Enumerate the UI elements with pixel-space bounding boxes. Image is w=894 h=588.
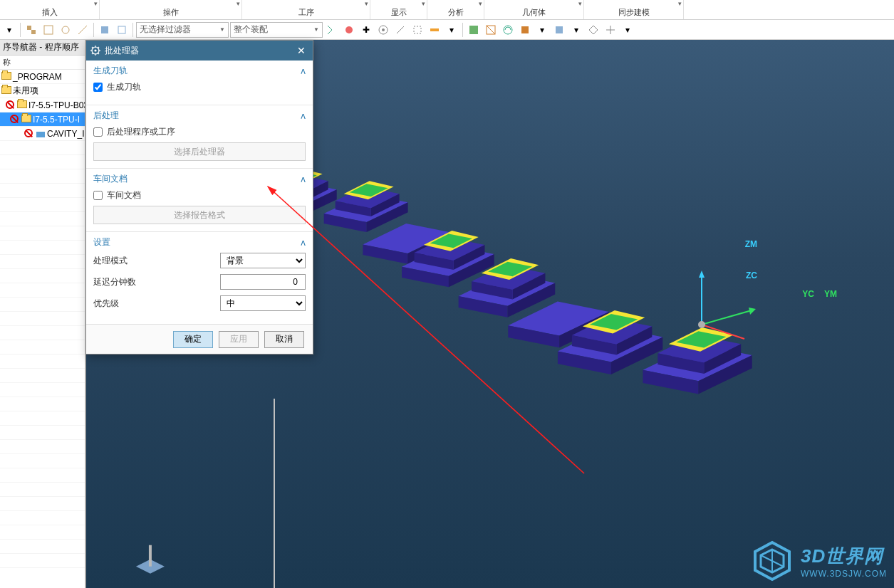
tool-icon-8[interactable] [341, 22, 357, 38]
ribbon-label-insert: 插入 [42, 6, 58, 18]
tool-icon-20[interactable] [551, 22, 567, 38]
priority-label: 优先级 [93, 298, 214, 310]
menu-dropdown-icon[interactable]: ▾ [1, 22, 17, 38]
tool-icon-3[interactable] [58, 22, 73, 38]
tree-label: I7-5.5-TPU-B03 [28, 100, 85, 110]
tool-icon-16[interactable] [483, 22, 499, 38]
delay-row: 延迟分钟数 [93, 274, 306, 290]
ribbon-group-sync[interactable]: ▾同步建模 [584, 0, 684, 19]
svg-point-6 [345, 26, 353, 33]
tree-row-part1[interactable]: I7-5.5-TPU-B03 [0, 98, 85, 112]
ribbon-group-insert[interactable]: ▾插入 [0, 0, 100, 19]
tool-icon-21[interactable]: ▾ [568, 22, 584, 38]
tree-row-unused[interactable]: 未用项 [0, 84, 85, 98]
section-postprocess: 后处理ʌ 后处理程序或工序 选择后处理器 [86, 105, 313, 168]
tool-icon-5[interactable] [97, 22, 113, 38]
section-title: 车间文档 [93, 173, 128, 185]
delay-label: 延迟分钟数 [93, 276, 214, 288]
axis-label-zc: ZC [746, 271, 757, 280]
process-mode-row: 处理模式 背景 [93, 253, 306, 268]
axis-label-zm: ZM [745, 239, 757, 249]
navigator-panel: 序导航器 - 程序顺序 称 _PROGRAM 未用项 I7-5.5-TPU-B0… [0, 40, 85, 588]
postprocess-checkbox-row[interactable]: 后处理程序或工序 [93, 126, 306, 138]
tool-icon-7[interactable] [324, 22, 340, 38]
dialog-titlebar[interactable]: 批处理器 ✕ [86, 41, 313, 61]
ribbon-group-display[interactable]: ▾显示 [370, 0, 427, 19]
svg-rect-4 [101, 26, 108, 33]
tool-icon-2[interactable] [41, 22, 56, 38]
svg-rect-0 [27, 26, 31, 30]
tool-icon-13[interactable] [427, 22, 442, 38]
select-postprocessor-button: 选择后处理器 [93, 142, 306, 161]
tool-icon-11[interactable] [393, 22, 408, 38]
ribbon-label-process: 工序 [298, 6, 314, 18]
tool-icon-14[interactable]: ▾ [444, 22, 459, 38]
tree-row-part2-selected[interactable]: I7-5.5-TPU-I [0, 112, 85, 127]
svg-rect-9 [414, 26, 421, 33]
assembly-combo[interactable]: 整个装配▼ [230, 22, 323, 38]
process-mode-label: 处理模式 [93, 255, 214, 267]
section-shopfloor: 车间文档ʌ 车间文档 选择报告格式 [86, 168, 313, 231]
section-header[interactable]: 设置ʌ [93, 236, 306, 248]
tool-icon-10[interactable] [375, 22, 391, 38]
secondary-toolbar: ▾ 无选择过滤器▼ 整个装配▼ ✚ ▾ ▾ ▾ ▾ [0, 20, 894, 40]
svg-rect-2 [44, 26, 53, 34]
tool-icon-24[interactable]: ▾ [620, 22, 635, 38]
svg-rect-15 [556, 26, 563, 33]
ribbon-group-analysis[interactable]: ▾分析 [427, 0, 484, 19]
ok-button[interactable]: 确定 [173, 331, 213, 348]
priority-select[interactable]: 中 [220, 295, 306, 311]
tree-label: 未用项 [13, 85, 38, 97]
svg-line-45 [98, 47, 99, 48]
batch-processor-dialog: 批处理器 ✕ 生成刀轨ʌ 生成刀轨 后处理ʌ 后处理程序或工序 选择后处理器 车… [85, 40, 313, 355]
tree-row-cavity[interactable]: CAVITY_I [0, 127, 85, 141]
program-tree[interactable]: _PROGRAM 未用项 I7-5.5-TPU-B03 I7-5.5-TPU-I… [0, 70, 85, 568]
section-header[interactable]: 车间文档ʌ [93, 173, 306, 185]
tool-icon-6[interactable] [114, 22, 130, 38]
panel-divider[interactable] [274, 399, 275, 588]
tree-row-program[interactable]: _PROGRAM [0, 70, 85, 84]
tool-icon-17[interactable] [500, 22, 516, 38]
section-header[interactable]: 生成刀轨ʌ [93, 65, 306, 77]
svg-point-38 [94, 49, 96, 51]
filter-combo-text: 无选择过滤器 [140, 23, 191, 36]
section-header[interactable]: 后处理ʌ [93, 110, 306, 122]
watermark-sub: WWW.3DSJW.COM [801, 569, 887, 579]
close-icon[interactable]: ✕ [294, 43, 308, 58]
postprocess-checkbox[interactable] [93, 127, 103, 137]
ribbon-label-display: 显示 [391, 6, 407, 18]
cancel-button[interactable]: 取消 [264, 331, 304, 348]
shopfloor-checkbox-row[interactable]: 车间文档 [93, 189, 306, 201]
tool-icon-1[interactable] [24, 22, 39, 38]
tool-icon-19[interactable]: ▾ [534, 22, 550, 38]
process-mode-select[interactable]: 背景 [220, 253, 306, 268]
shopfloor-checkbox[interactable] [93, 191, 103, 200]
tree-label: CAVITY_I [47, 129, 84, 139]
ribbon-label-analysis: 分析 [448, 6, 464, 18]
tool-icon-22[interactable] [586, 22, 601, 38]
priority-row: 优先级 中 [93, 295, 306, 311]
tool-icon-12[interactable] [410, 22, 425, 38]
delay-minutes-input[interactable] [220, 274, 306, 290]
assembly-combo-text: 整个装配 [234, 23, 268, 36]
ribbon-group-op[interactable]: ▾操作 [100, 0, 242, 19]
tool-icon-4[interactable] [75, 22, 90, 38]
tool-icon-23[interactable] [603, 22, 618, 38]
tool-icon-9[interactable]: ✚ [358, 22, 374, 38]
section-generate-toolpath: 生成刀轨ʌ 生成刀轨 [86, 61, 313, 105]
svg-line-46 [92, 53, 93, 54]
checkbox-label: 后处理程序或工序 [107, 126, 175, 138]
svg-line-44 [98, 53, 99, 54]
tool-icon-18[interactable] [517, 22, 533, 38]
axis-label-yc: YC [802, 289, 814, 299]
ribbon-group-geom[interactable]: ▾几何体 [484, 0, 584, 19]
section-title: 后处理 [93, 110, 119, 122]
generate-toolpath-checkbox-row[interactable]: 生成刀轨 [93, 81, 306, 93]
ribbon-label-sync: 同步建模 [618, 6, 650, 18]
svg-rect-5 [118, 26, 125, 33]
tool-icon-15[interactable] [466, 22, 482, 38]
filter-combo[interactable]: 无选择过滤器▼ [136, 22, 229, 38]
svg-rect-26 [149, 545, 152, 567]
ribbon-group-process[interactable]: ▾工序 [242, 0, 370, 19]
generate-toolpath-checkbox[interactable] [93, 83, 103, 92]
